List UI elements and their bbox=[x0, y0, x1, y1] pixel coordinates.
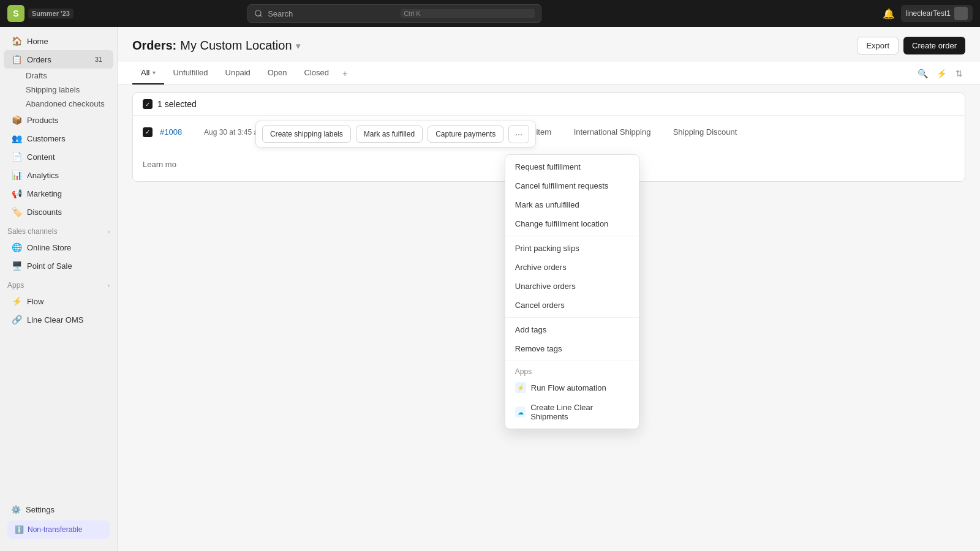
more-actions-container: ··· Request fulfillment Cancel fulfillme… bbox=[508, 125, 529, 143]
dropdown-change-fulfillment-location[interactable]: Change fulfillment location bbox=[505, 214, 639, 233]
sidebar-item-abandoned-checkouts[interactable]: Abandoned checkouts bbox=[4, 97, 113, 111]
apps-arrow[interactable]: › bbox=[108, 282, 110, 289]
orders-badge: 31 bbox=[91, 55, 106, 64]
apps-section: Apps › bbox=[0, 275, 117, 292]
dropdown-run-flow-automation[interactable]: ⚡ Run Flow automation bbox=[505, 377, 639, 398]
mark-as-fulfilled-button[interactable]: Mark as fulfilled bbox=[356, 126, 423, 143]
shopify-icon: S bbox=[7, 5, 24, 22]
flow-automation-icon: ⚡ bbox=[515, 382, 526, 393]
orders-page-title: Orders: bbox=[132, 39, 176, 53]
archive-orders-label: Archive orders bbox=[515, 263, 567, 272]
sidebar-item-online-store[interactable]: 🌐 Online Store bbox=[4, 238, 113, 257]
dropdown-print-packing-slips[interactable]: Print packing slips bbox=[505, 239, 639, 258]
search-orders-button[interactable]: 🔍 bbox=[915, 66, 930, 81]
content-icon: 📄 bbox=[11, 151, 22, 162]
dropdown-cancel-orders[interactable]: Cancel orders bbox=[505, 296, 639, 315]
dropdown-divider-3 bbox=[505, 361, 639, 361]
sidebar-orders-label: Orders bbox=[27, 55, 51, 64]
tab-unpaid[interactable]: Unpaid bbox=[217, 62, 259, 84]
sidebar-home-label: Home bbox=[27, 37, 48, 46]
print-packing-slips-label: Print packing slips bbox=[515, 244, 579, 253]
location-dropdown-icon[interactable]: ▾ bbox=[296, 41, 300, 51]
more-actions-dropdown: Request fulfillment Cancel fulfillment r… bbox=[505, 154, 639, 429]
create-shipping-labels-button[interactable]: Create shipping labels bbox=[262, 126, 351, 143]
tab-add-button[interactable]: + bbox=[337, 62, 352, 84]
layout: 🏠 Home 📋 Orders 31 Drafts Shipping label… bbox=[0, 27, 980, 551]
sidebar-marketing-label: Marketing bbox=[27, 189, 62, 198]
tab-action-buttons: 🔍 ⚡ ⇅ bbox=[915, 66, 965, 81]
sidebar-item-orders[interactable]: 📋 Orders 31 bbox=[4, 50, 113, 69]
dropdown-cancel-fulfillment-requests[interactable]: Cancel fulfillment requests bbox=[505, 176, 639, 195]
filter-orders-button[interactable]: ⚡ bbox=[934, 66, 949, 81]
select-all-checkbox[interactable]: ✓ bbox=[143, 99, 153, 109]
order-table: ✓ 1 selected ✓ #1008 Aug 30 at 3:45 am K… bbox=[132, 92, 965, 182]
products-icon: 📦 bbox=[11, 114, 22, 126]
order-id[interactable]: #1008 bbox=[160, 127, 197, 137]
sales-channels-section: Sales channels › bbox=[0, 221, 117, 238]
sidebar-abandoned-label: Abandoned checkouts bbox=[26, 99, 105, 108]
summer-badge: Summer '23 bbox=[28, 9, 74, 18]
sidebar-item-products[interactable]: 📦 Products bbox=[4, 111, 113, 129]
table-row[interactable]: ✓ #1008 Aug 30 at 3:45 am Karine Ruby Sn… bbox=[133, 116, 965, 148]
dropdown-mark-as-unfulfilled[interactable]: Mark as unfulfilled bbox=[505, 195, 639, 214]
sidebar-item-content[interactable]: 📄 Content bbox=[4, 148, 113, 166]
create-order-button[interactable]: Create order bbox=[903, 37, 965, 54]
topbar-right: 🔔 lineclearTest1 bbox=[883, 5, 973, 22]
sidebar-item-line-clear-oms[interactable]: 🔗 Line Clear OMS bbox=[4, 310, 113, 329]
dropdown-request-fulfillment[interactable]: Request fulfillment bbox=[505, 157, 639, 176]
sidebar-drafts-label: Drafts bbox=[26, 71, 47, 80]
dropdown-create-line-clear-shipments[interactable]: ☁ Create Line Clear Shipments bbox=[505, 398, 639, 426]
tab-closed[interactable]: Closed bbox=[296, 62, 337, 84]
sidebar-discounts-label: Discounts bbox=[27, 208, 62, 217]
dropdown-archive-orders[interactable]: Archive orders bbox=[505, 258, 639, 277]
dropdown-remove-tags[interactable]: Remove tags bbox=[505, 339, 639, 358]
sidebar-item-customers[interactable]: 👥 Customers bbox=[4, 129, 113, 148]
sales-channels-arrow[interactable]: › bbox=[108, 228, 110, 235]
lineclear-icon: 🔗 bbox=[11, 314, 22, 325]
tab-unfulfilled[interactable]: Unfulfilled bbox=[164, 62, 216, 84]
sidebar-item-home[interactable]: 🏠 Home bbox=[4, 32, 113, 50]
sidebar-item-point-of-sale[interactable]: 🖥️ Point of Sale bbox=[4, 257, 113, 275]
more-actions-button[interactable]: ··· bbox=[508, 125, 529, 143]
sidebar-item-shipping-labels[interactable]: Shipping labels bbox=[4, 83, 113, 97]
search-bar[interactable]: Search Ctrl K bbox=[247, 4, 541, 23]
sidebar-item-marketing[interactable]: 📢 Marketing bbox=[4, 184, 113, 203]
topbar: S Summer '23 Search Ctrl K 🔔 lineclearTe… bbox=[0, 0, 980, 27]
sidebar-item-discounts[interactable]: 🏷️ Discounts bbox=[4, 203, 113, 221]
tab-open[interactable]: Open bbox=[259, 62, 296, 84]
sidebar-flow-label: Flow bbox=[27, 297, 43, 306]
sidebar-bottom: ⚙️ Settings ℹ️ Non-transferable bbox=[0, 497, 117, 546]
flow-icon: ⚡ bbox=[11, 296, 22, 307]
dropdown-unarchive-orders[interactable]: Unarchive orders bbox=[505, 277, 639, 296]
sidebar-item-flow[interactable]: ⚡ Flow bbox=[4, 292, 113, 310]
user-menu[interactable]: lineclearTest1 bbox=[901, 5, 973, 22]
sidebar-products-label: Products bbox=[27, 116, 58, 125]
tab-all[interactable]: All ▾ bbox=[132, 62, 164, 84]
row-checkbox[interactable]: ✓ bbox=[143, 127, 153, 137]
row-action-bar: Create shipping labels Mark as fulfilled… bbox=[255, 121, 536, 148]
run-flow-automation-label: Run Flow automation bbox=[531, 383, 606, 392]
sidebar-item-settings[interactable]: ⚙️ Settings bbox=[4, 501, 113, 518]
remove-tags-label: Remove tags bbox=[515, 344, 562, 353]
notifications-button[interactable]: 🔔 bbox=[883, 8, 895, 20]
search-shortcut: Ctrl K bbox=[401, 9, 535, 18]
sidebar-customers-label: Customers bbox=[27, 134, 66, 143]
discounts-icon: 🏷️ bbox=[11, 206, 22, 217]
sidebar-item-drafts[interactable]: Drafts bbox=[4, 69, 113, 83]
sidebar-item-analytics[interactable]: 📊 Analytics bbox=[4, 166, 113, 184]
capture-payments-button[interactable]: Capture payments bbox=[428, 126, 503, 143]
sidebar-content-label: Content bbox=[27, 152, 55, 162]
sort-orders-button[interactable]: ⇅ bbox=[953, 66, 965, 81]
selected-count-label: 1 selected bbox=[157, 99, 197, 109]
export-button[interactable]: Export bbox=[857, 37, 899, 54]
pos-icon: 🖥️ bbox=[11, 260, 22, 271]
sidebar-analytics-label: Analytics bbox=[27, 171, 59, 180]
non-transferable-badge: ℹ️ Non-transferable bbox=[7, 520, 110, 539]
order-tag: Shipping Discount bbox=[673, 127, 747, 137]
tab-all-dropdown-icon[interactable]: ▾ bbox=[153, 69, 156, 76]
sidebar: 🏠 Home 📋 Orders 31 Drafts Shipping label… bbox=[0, 27, 118, 551]
dropdown-add-tags[interactable]: Add tags bbox=[505, 320, 639, 339]
username-label: lineclearTest1 bbox=[906, 9, 951, 18]
change-fulfillment-location-label: Change fulfillment location bbox=[515, 219, 608, 228]
search-icon bbox=[254, 9, 263, 18]
